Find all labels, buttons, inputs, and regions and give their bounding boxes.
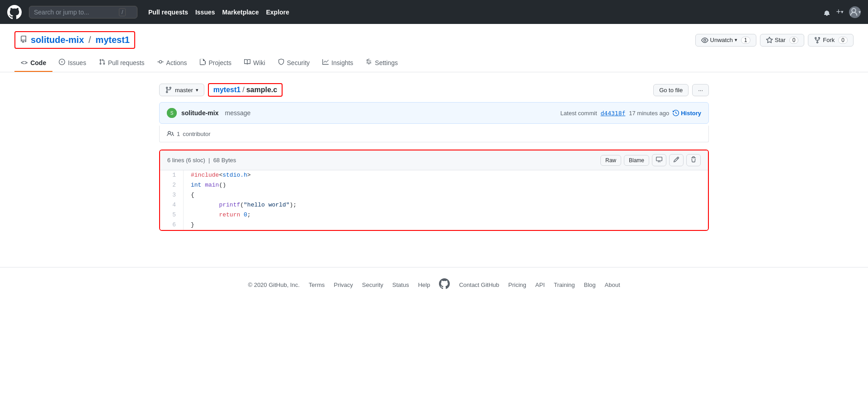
code-line-4: 4 printf("hello world"); bbox=[160, 200, 708, 210]
line-number-1[interactable]: 1 bbox=[160, 170, 184, 180]
code-meta: 6 lines (6 sloc) | 68 Bytes bbox=[167, 157, 236, 164]
code-line-3: 3 { bbox=[160, 190, 708, 200]
line-number-6[interactable]: 6 bbox=[160, 220, 184, 230]
blame-button[interactable]: Blame bbox=[624, 155, 649, 166]
raw-button[interactable]: Raw bbox=[600, 155, 621, 166]
nav-marketplace[interactable]: Marketplace bbox=[222, 9, 259, 16]
star-count: 0 bbox=[789, 37, 799, 44]
history-label: History bbox=[681, 110, 701, 117]
line-code-1: #include<stdio.h> bbox=[184, 170, 708, 180]
code-tab-icon: <> bbox=[21, 59, 28, 66]
footer: © 2020 GitHub, Inc. Terms Privacy Securi… bbox=[0, 267, 868, 302]
watch-label: Unwatch bbox=[710, 37, 733, 43]
repo-tabs: <> Code Issues Pull requests Actions P bbox=[14, 54, 854, 72]
tab-issues[interactable]: Issues bbox=[52, 54, 92, 72]
commit-author: solitude-mix bbox=[181, 109, 218, 117]
user-avatar[interactable]: ▾ bbox=[849, 6, 861, 18]
commit-message: message bbox=[225, 109, 250, 117]
security-tab-icon bbox=[278, 59, 284, 66]
footer-privacy[interactable]: Privacy bbox=[334, 281, 353, 288]
repo-owner-link[interactable]: solitude-mix bbox=[31, 35, 84, 45]
nav-explore[interactable]: Explore bbox=[266, 9, 289, 16]
tab-wiki[interactable]: Wiki bbox=[238, 54, 271, 72]
line-number-4[interactable]: 4 bbox=[160, 200, 184, 210]
footer-about[interactable]: About bbox=[605, 281, 620, 288]
footer-blog[interactable]: Blog bbox=[584, 281, 596, 288]
insights-tab-icon bbox=[322, 59, 329, 66]
code-tools: Raw Blame bbox=[600, 154, 701, 166]
line-number-2[interactable]: 2 bbox=[160, 180, 184, 190]
wiki-tab-icon bbox=[244, 59, 250, 66]
tab-security[interactable]: Security bbox=[272, 54, 316, 72]
footer-status[interactable]: Status bbox=[392, 281, 409, 288]
notification-bell[interactable] bbox=[823, 9, 830, 16]
file-path-left: master ▾ mytest1 / sample.c bbox=[159, 83, 283, 97]
tab-actions[interactable]: Actions bbox=[151, 54, 193, 72]
more-options-button[interactable]: ··· bbox=[692, 84, 709, 96]
desktop-icon-btn[interactable] bbox=[652, 154, 666, 166]
branch-chevron: ▾ bbox=[196, 87, 198, 93]
star-label: Star bbox=[775, 37, 786, 43]
code-viewer: 6 lines (6 sloc) | 68 Bytes Raw Blame bbox=[159, 150, 709, 231]
footer-terms[interactable]: Terms bbox=[309, 281, 325, 288]
watch-button[interactable]: Unwatch ▾ 1 bbox=[695, 34, 756, 47]
commit-bar: S solitude-mix message Latest commit d44… bbox=[159, 102, 709, 124]
file-breadcrumb: mytest1 / sample.c bbox=[208, 83, 283, 97]
file-path-right: Go to file ··· bbox=[653, 84, 709, 96]
branch-selector[interactable]: master ▾ bbox=[159, 84, 204, 96]
tab-pull-requests[interactable]: Pull requests bbox=[93, 54, 151, 72]
fork-button[interactable]: Fork 0 bbox=[808, 34, 854, 47]
repo-title-row: solitude-mix / mytest1 Unwatch ▾ 1 Star … bbox=[14, 31, 854, 54]
repo-title: solitude-mix / mytest1 bbox=[14, 31, 135, 49]
repo-name-link[interactable]: mytest1 bbox=[95, 35, 130, 45]
repo-actions: Unwatch ▾ 1 Star 0 Fork 0 bbox=[695, 34, 854, 47]
svg-text:S: S bbox=[170, 111, 174, 116]
main-content: master ▾ mytest1 / sample.c Go to file ·… bbox=[145, 72, 723, 249]
fork-count: 0 bbox=[838, 37, 848, 44]
tab-projects[interactable]: Projects bbox=[193, 54, 238, 72]
nav-issues[interactable]: Issues bbox=[195, 9, 215, 16]
branch-name: master bbox=[175, 87, 193, 94]
search-input[interactable] bbox=[34, 9, 115, 16]
commit-meta: Latest commit d44318f 17 minutes ago His… bbox=[561, 110, 701, 117]
footer-contact[interactable]: Contact GitHub bbox=[459, 281, 499, 288]
pr-tab-icon bbox=[99, 59, 105, 66]
line-code-3: { bbox=[184, 190, 708, 200]
repo-title-separator: / bbox=[89, 35, 91, 45]
footer-pricing[interactable]: Pricing bbox=[508, 281, 526, 288]
actions-tab-icon bbox=[157, 59, 164, 66]
footer-training[interactable]: Training bbox=[554, 281, 575, 288]
footer-help[interactable]: Help bbox=[418, 281, 430, 288]
add-button[interactable]: +▾ bbox=[836, 7, 844, 17]
repo-icon bbox=[20, 35, 27, 45]
line-code-6: } bbox=[184, 220, 708, 230]
goto-file-button[interactable]: Go to file bbox=[653, 84, 689, 96]
footer-security[interactable]: Security bbox=[362, 281, 383, 288]
line-number-3[interactable]: 3 bbox=[160, 190, 184, 200]
footer-github-logo bbox=[439, 278, 450, 291]
nav-pull-requests[interactable]: Pull requests bbox=[148, 9, 188, 16]
commit-info: S solitude-mix message bbox=[167, 108, 250, 118]
star-button[interactable]: Star 0 bbox=[760, 34, 805, 47]
line-number-5[interactable]: 5 bbox=[160, 210, 184, 220]
tab-code[interactable]: <> Code bbox=[14, 54, 52, 72]
search-box[interactable]: / bbox=[29, 6, 137, 19]
code-line-6: 6 } bbox=[160, 220, 708, 230]
commit-hash-link[interactable]: d44318f bbox=[601, 110, 626, 117]
code-header: 6 lines (6 sloc) | 68 Bytes Raw Blame bbox=[160, 150, 708, 170]
tab-settings[interactable]: Settings bbox=[359, 54, 404, 72]
commit-avatar: S bbox=[167, 108, 177, 118]
breadcrumb-repo-link[interactable]: mytest1 bbox=[213, 86, 241, 94]
code-line-1: 1 #include<stdio.h> bbox=[160, 170, 708, 180]
github-logo[interactable] bbox=[7, 5, 22, 19]
fork-label: Fork bbox=[823, 37, 835, 43]
history-link[interactable]: History bbox=[673, 110, 701, 117]
tab-insights[interactable]: Insights bbox=[316, 54, 359, 72]
code-body: 1 #include<stdio.h> 2 int main() 3 { 4 p… bbox=[160, 170, 708, 230]
edit-icon-btn[interactable] bbox=[669, 154, 684, 166]
file-path-row: master ▾ mytest1 / sample.c Go to file ·… bbox=[159, 83, 709, 97]
delete-icon-btn[interactable] bbox=[686, 154, 701, 166]
file-lines: 6 lines (6 sloc) bbox=[167, 157, 205, 164]
footer-api[interactable]: API bbox=[535, 281, 545, 288]
slash-key: / bbox=[119, 8, 126, 16]
